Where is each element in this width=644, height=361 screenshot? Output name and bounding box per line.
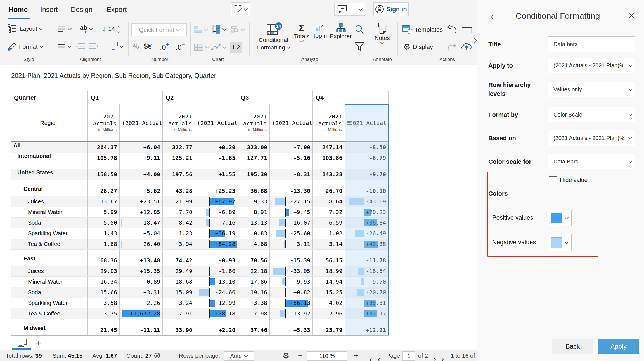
table-cell[interactable]: +6.04	[119, 142, 162, 153]
table-row[interactable]: All264.37+6.04322.77+0.20323.09-7.09247.…	[11, 142, 389, 153]
table-cell[interactable]: -8.50	[345, 142, 389, 153]
ruler-button[interactable]	[461, 24, 473, 34]
table-cell[interactable]: 8.64	[312, 196, 345, 207]
table-cell[interactable]: 29.03	[87, 266, 119, 276]
table-cell[interactable]: 15.66	[87, 287, 119, 298]
table-cell[interactable]: -0.93	[195, 255, 238, 266]
row-label[interactable]: Midwest	[11, 325, 87, 335]
table-cell[interactable]: -18.47	[119, 218, 162, 228]
table-cell[interactable]: 1.43	[87, 228, 119, 239]
font-size-control[interactable]: ↕ 14	[102, 25, 120, 33]
table-row[interactable]: Juices13.67+23.5121.99+57.979.33-27.158.…	[11, 196, 389, 207]
table-cell[interactable]: +5.33	[269, 325, 312, 335]
table-cell[interactable]: 22.18	[238, 266, 269, 276]
table-cell[interactable]: 125.21	[162, 153, 195, 163]
actuals-col-header[interactable]: 2021Actualsin Millions	[238, 104, 269, 141]
table-cell[interactable]: -5.16	[269, 153, 312, 163]
table-cell[interactable]: 1.23	[162, 228, 195, 239]
table-cell[interactable]: 29.49	[162, 266, 195, 276]
table-cell[interactable]: -3.11	[269, 239, 312, 249]
table-cell[interactable]: +5.04	[119, 228, 162, 239]
table-cell[interactable]: -26.49	[345, 228, 389, 239]
last-page-button[interactable]	[441, 354, 443, 361]
table-cell[interactable]: +35.31	[345, 298, 389, 308]
table-cell[interactable]: -16.07	[269, 218, 312, 228]
table-cell[interactable]: 15.09	[162, 287, 195, 298]
table-cell[interactable]: -16.54	[345, 266, 389, 276]
table-cell[interactable]: 5.50	[87, 218, 119, 228]
table-cell[interactable]: +5.62	[119, 186, 162, 196]
display-button[interactable]: ⚙ Display	[403, 42, 433, 52]
table-cell[interactable]: 7.91	[162, 308, 195, 319]
table-cell[interactable]: 21.99	[162, 196, 195, 207]
table-cell[interactable]: +9.11	[119, 153, 162, 163]
delta-col-header[interactable]: (2021 Actual…	[119, 104, 162, 141]
horizontal-align-button[interactable]	[58, 44, 71, 49]
table-cell[interactable]: +0.20	[195, 142, 238, 153]
table-cell[interactable]: -8.31	[269, 169, 312, 180]
table-cell[interactable]: 23.79	[312, 325, 345, 335]
table-cell[interactable]: 7.98	[238, 308, 269, 319]
table-cell[interactable]: 18.99	[312, 266, 345, 276]
table-cell[interactable]: 322.77	[162, 142, 195, 153]
table-cell[interactable]: -9.70	[345, 169, 389, 180]
table-cell[interactable]: 143.28	[312, 169, 345, 180]
tab-export[interactable]: Export	[106, 6, 127, 14]
table-cell[interactable]: +1.55	[195, 169, 238, 180]
table-cell[interactable]: +36.84	[345, 218, 389, 228]
row-label[interactable]: Mineral Water	[11, 277, 87, 287]
table-settings-button[interactable]: ⚙	[282, 352, 289, 361]
notes-button[interactable]: Notes	[375, 23, 390, 44]
table-cell[interactable]: -26.40	[119, 239, 162, 249]
undo-button[interactable]	[446, 25, 457, 34]
table-cell[interactable]: 8.91	[238, 207, 269, 217]
table-cell[interactable]: +23.51	[119, 196, 162, 207]
decimal-increase-button[interactable]: .0+	[160, 41, 169, 52]
table-cell[interactable]: -33.05	[269, 266, 312, 276]
actuals-col-header[interactable]: 2021Actualsin Millions	[312, 104, 345, 141]
table-cell[interactable]: +13.10	[195, 277, 238, 287]
table-cell[interactable]: -0.89	[119, 277, 162, 287]
table-cell[interactable]: 0.83	[238, 228, 269, 239]
table-cell[interactable]: 70.56	[238, 255, 269, 266]
table-cell[interactable]: +25.23	[195, 186, 238, 196]
table-cell[interactable]: -7.09	[269, 142, 312, 153]
scale-factor-button[interactable]: 1.2	[230, 42, 242, 53]
quarter-col-header[interactable]: Q1	[87, 91, 162, 104]
table-cell[interactable]: 195.39	[238, 169, 269, 180]
table-cell[interactable]: 18.68	[162, 277, 195, 287]
table-cell[interactable]: 13.67	[87, 196, 119, 207]
table-row[interactable]: United States158.59+4.09197.56+1.55195.3…	[11, 169, 389, 180]
table-cell[interactable]: 14.94	[312, 277, 345, 287]
table-cell[interactable]: +3.31	[119, 287, 162, 298]
zoom-out-button[interactable]: −	[298, 350, 302, 361]
table-cell[interactable]: +13.48	[119, 255, 162, 266]
negative-color-picker[interactable]	[548, 234, 572, 251]
column-width-button[interactable]: ↔	[110, 41, 123, 51]
redo-button[interactable]	[447, 42, 457, 51]
based-on-select[interactable]: (2021 Actuals - 2021 Plan)%	[548, 130, 635, 146]
table-cell[interactable]: 2.96	[312, 308, 345, 319]
indent-decrease-button[interactable]	[76, 42, 86, 50]
table-cell[interactable]: 56.15	[312, 255, 345, 266]
table-row[interactable]: Soda15.66+3.3115.09-24.6619.16+0.8215.25…	[11, 287, 389, 298]
row-label[interactable]: Juices	[11, 196, 87, 207]
table-cell[interactable]: 33.90	[162, 325, 195, 335]
line-chart-button[interactable]	[211, 44, 226, 51]
table-cell[interactable]: 4.68	[238, 239, 269, 249]
table-cell[interactable]: 7.70	[162, 207, 195, 217]
table-cell[interactable]: +37.17	[345, 308, 389, 319]
row-label[interactable]: Tea & Coffee	[11, 239, 87, 249]
table-cell[interactable]: +20.23	[345, 207, 389, 217]
table-cell[interactable]: 16.34	[87, 277, 119, 287]
actuals-col-header[interactable]: 2021Actualsin Millions	[162, 104, 195, 141]
format-by-select[interactable]: Color Scale	[548, 107, 635, 122]
table-cell[interactable]: 6.59	[312, 218, 345, 228]
table-row[interactable]: Tea & Coffee3.75+1,672.287.91+38.187.98-…	[11, 308, 389, 319]
table-cell[interactable]: -20.70	[345, 287, 389, 298]
text-rotate-button[interactable]: ab	[80, 25, 92, 33]
table-row[interactable]: International105.78+9.11125.21-1.85127.7…	[11, 153, 389, 163]
table-cell[interactable]: 1.02	[312, 228, 345, 239]
table-cell[interactable]: +12.85	[119, 207, 162, 217]
table-cell[interactable]: 264.37	[87, 142, 119, 153]
